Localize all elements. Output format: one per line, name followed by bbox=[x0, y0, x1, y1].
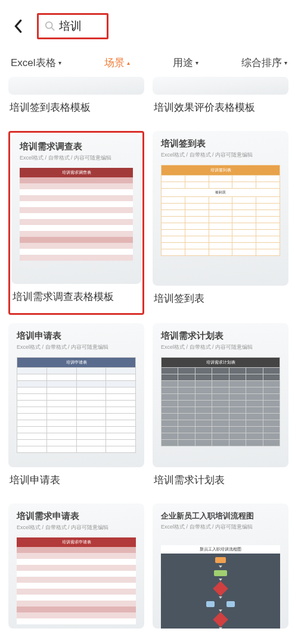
template-card[interactable]: 培训需求计划表 Excel格式 / 自带格式 / 内容可随意编辑 培训需求计划表 bbox=[153, 323, 288, 495]
template-title: 培训需求调查表格模板 bbox=[13, 290, 141, 304]
filter-usage[interactable]: 用途▾ bbox=[173, 56, 198, 70]
svg-point-0 bbox=[46, 22, 52, 29]
preview-table: 培训申请表 bbox=[17, 357, 136, 453]
template-thumbnail: 培训需求调查表 Excel格式 / 自带格式 / 内容可随意编辑 培训需求调查表 bbox=[11, 134, 141, 284]
chevron-left-icon bbox=[13, 19, 23, 33]
chevron-down-icon: ▾ bbox=[58, 60, 61, 66]
template-thumbnail: 培训申请表 Excel格式 / 自带格式 / 内容可随意编辑 培训申请表 bbox=[8, 323, 144, 467]
preview-table: 培训需求申请表 bbox=[17, 537, 136, 624]
filter-bar: Excel表格▾ 场景▴ 用途▾ 综合排序▾ bbox=[0, 48, 298, 73]
doc-title: 培训需求申请表 bbox=[17, 511, 136, 522]
doc-title: 培训需求调查表 bbox=[20, 141, 133, 152]
template-card[interactable]: 培训需求申请表 Excel格式 / 自带格式 / 内容可随意编辑 培训需求申请表 bbox=[8, 504, 144, 629]
template-thumbnail: 培训需求计划表 Excel格式 / 自带格式 / 内容可随意编辑 培训需求计划表 bbox=[153, 323, 288, 467]
template-title: 培训需求计划表 bbox=[154, 473, 288, 487]
preview-table: 培训签到表 签到表 bbox=[161, 165, 280, 256]
filter-scene[interactable]: 场景▴ bbox=[104, 56, 130, 70]
template-card[interactable]: 培训签到表 Excel格式 / 自带格式 / 内容可随意编辑 培训签到表 签到表 bbox=[153, 131, 288, 315]
template-title: 培训效果评价表格模板 bbox=[154, 101, 288, 114]
preview-table: 培训需求计划表 bbox=[161, 357, 280, 446]
search-icon bbox=[45, 21, 55, 32]
chevron-down-icon: ▾ bbox=[284, 60, 287, 66]
filter-sort[interactable]: 综合排序▾ bbox=[241, 56, 287, 70]
doc-title: 培训申请表 bbox=[17, 330, 136, 342]
template-title: 培训签到表格模板 bbox=[10, 101, 144, 114]
template-title: 培训签到表 bbox=[154, 292, 288, 305]
search-input[interactable]: 培训 bbox=[37, 13, 108, 39]
template-thumbnail: 企业新员工入职培训流程图 Excel格式 / 自带格式 / 内容可随意编辑 新员… bbox=[153, 504, 288, 629]
doc-subtitle: Excel格式 / 自带格式 / 内容可随意编辑 bbox=[161, 523, 280, 531]
svg-line-1 bbox=[52, 28, 55, 31]
template-thumbnail bbox=[153, 77, 288, 95]
template-card[interactable]: 培训申请表 Excel格式 / 自带格式 / 内容可随意编辑 培训申请表 bbox=[8, 323, 144, 495]
doc-subtitle: Excel格式 / 自带格式 / 内容可随意编辑 bbox=[20, 154, 133, 162]
chevron-down-icon: ▾ bbox=[195, 60, 198, 66]
template-thumbnail: 培训签到表 Excel格式 / 自带格式 / 内容可随意编辑 培训签到表 签到表 bbox=[153, 131, 288, 286]
doc-subtitle: Excel格式 / 自带格式 / 内容可随意编辑 bbox=[161, 343, 280, 351]
doc-title: 企业新员工入职培训流程图 bbox=[161, 511, 280, 521]
chevron-up-icon: ▴ bbox=[127, 60, 130, 66]
template-thumbnail bbox=[8, 77, 144, 95]
flow-header: 新员工入职培训流程图 bbox=[161, 545, 280, 554]
template-title: 培训申请表 bbox=[10, 473, 144, 487]
template-card[interactable]: 企业新员工入职培训流程图 Excel格式 / 自带格式 / 内容可随意编辑 新员… bbox=[153, 504, 288, 629]
template-thumbnail: 培训需求申请表 Excel格式 / 自带格式 / 内容可随意编辑 培训需求申请表 bbox=[8, 504, 144, 629]
doc-subtitle: Excel格式 / 自带格式 / 内容可随意编辑 bbox=[161, 151, 280, 159]
template-card[interactable]: 培训效果评价表格模板 bbox=[153, 77, 288, 123]
doc-subtitle: Excel格式 / 自带格式 / 内容可随意编辑 bbox=[17, 524, 136, 532]
flowchart-preview bbox=[161, 554, 280, 629]
template-grid: 培训签到表格模板 培训效果评价表格模板 培训需求调查表 Excel格式 / 自带… bbox=[0, 73, 298, 629]
doc-title: 培训需求计划表 bbox=[161, 330, 280, 342]
doc-subtitle: Excel格式 / 自带格式 / 内容可随意编辑 bbox=[17, 343, 136, 351]
filter-excel[interactable]: Excel表格▾ bbox=[11, 56, 61, 70]
doc-title: 培训签到表 bbox=[161, 138, 280, 149]
template-card-highlighted[interactable]: 培训需求调查表 Excel格式 / 自带格式 / 内容可随意编辑 培训需求调查表 bbox=[8, 131, 144, 315]
preview-table: 培训需求调查表 bbox=[20, 168, 133, 261]
back-button[interactable] bbox=[10, 18, 26, 35]
template-card[interactable]: 培训签到表格模板 bbox=[8, 77, 144, 123]
search-term: 培训 bbox=[59, 18, 82, 34]
